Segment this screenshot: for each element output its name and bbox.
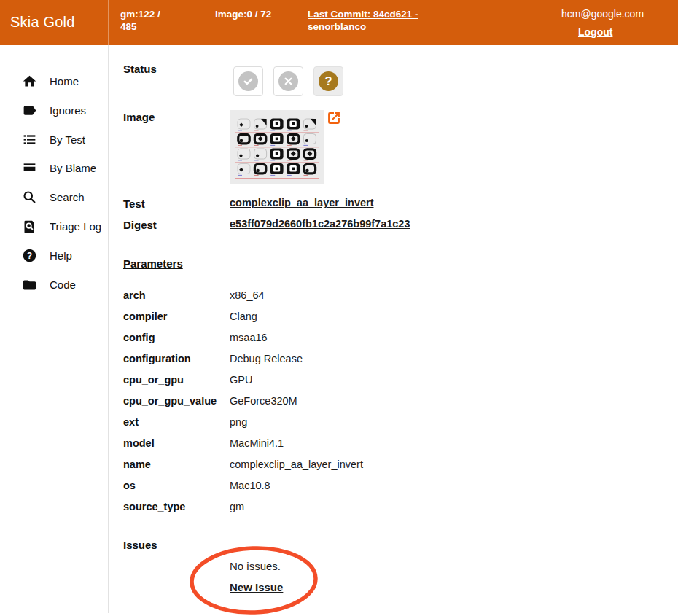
- sidebar-item-label: Help: [50, 249, 72, 262]
- param-key: model: [123, 437, 155, 449]
- param-key: cpu_or_gpu_value: [123, 395, 217, 407]
- param-key: os: [123, 480, 136, 491]
- param-value: Mac10.8: [230, 480, 270, 491]
- sidebar-item-label: By Test: [50, 133, 85, 146]
- sidebar-item-label: Ignores: [50, 104, 86, 117]
- gm-count-stat: gm:122 / 485: [120, 8, 179, 33]
- app-title: Skia Gold: [10, 14, 75, 31]
- image-label: Image: [123, 111, 155, 123]
- test-label: Test: [123, 198, 145, 210]
- sidebar-item-label: Home: [50, 75, 79, 87]
- doc-search-icon: [22, 219, 37, 234]
- header: Skia Gold gm:122 / 485 image:0 / 72 Last…: [0, 0, 678, 45]
- digest-thumbnail-image[interactable]: [230, 110, 324, 184]
- param-value: msaa16: [230, 332, 268, 343]
- sidebar-item-label: Triage Log: [50, 220, 101, 233]
- sidebar-item-code[interactable]: Code: [22, 275, 104, 294]
- param-value: MacMini4.1: [230, 437, 284, 449]
- param-value: Clang: [230, 311, 257, 322]
- param-value: Debug Release: [230, 353, 303, 364]
- no-issues-text: No issues.: [230, 560, 281, 572]
- user-email: hcm@google.com: [561, 8, 656, 20]
- status-label: Status: [123, 63, 157, 75]
- issues-heading: Issues: [123, 539, 157, 551]
- param-key: ext: [123, 416, 139, 428]
- label-icon: [22, 103, 37, 118]
- sidebar-item-label: By Blame: [50, 162, 96, 174]
- digest-label: Digest: [123, 219, 157, 231]
- cross-circle-icon: [278, 71, 298, 91]
- param-key: config: [123, 332, 155, 343]
- help-icon: ?: [22, 248, 37, 263]
- home-icon: [22, 74, 37, 89]
- param-key: configuration: [123, 353, 191, 364]
- search-icon: [22, 190, 37, 205]
- status-buttons: ?: [233, 66, 343, 96]
- status-unknown-button[interactable]: ?: [313, 66, 343, 96]
- question-circle-icon: ?: [319, 71, 338, 91]
- sidebar-item-ignores[interactable]: Ignores: [22, 101, 104, 120]
- param-value: x86_64: [230, 289, 265, 301]
- skia-gold-page: Skia Gold gm:122 / 485 image:0 / 72 Last…: [0, 0, 678, 616]
- param-key: cpu_or_gpu: [123, 374, 184, 386]
- list-icon: [22, 132, 37, 147]
- header-divider: [108, 0, 109, 45]
- new-issue-link[interactable]: New Issue: [230, 581, 283, 593]
- sidebar-item-help[interactable]: ? Help: [22, 246, 104, 265]
- headline-bars-icon: [22, 160, 37, 176]
- parameters-heading: Parameters: [123, 257, 183, 270]
- param-value: GPU: [230, 374, 252, 386]
- sidebar-item-home[interactable]: Home: [22, 71, 104, 90]
- image-count-stat: image:0 / 72: [215, 8, 277, 20]
- sidebar-item-triage-log[interactable]: Triage Log: [22, 217, 104, 235]
- open-in-new-icon[interactable]: [327, 111, 341, 125]
- last-commit-link[interactable]: Last Commit: 84cd621 - senorblanco: [308, 8, 445, 33]
- sidebar-item-label: Code: [50, 278, 76, 291]
- param-key: compiler: [123, 311, 167, 322]
- param-key: source_type: [123, 501, 185, 512]
- status-approve-button[interactable]: [233, 66, 263, 96]
- param-key: arch: [123, 289, 146, 301]
- param-value: png: [230, 416, 247, 428]
- check-circle-icon: [238, 71, 258, 91]
- svg-text:?: ?: [27, 250, 32, 260]
- digest-hash-link[interactable]: e53ff079d2660fb1c2a276b99f7a1c23: [230, 218, 410, 230]
- sidebar-item-label: Search: [50, 191, 85, 203]
- folder-icon: [22, 277, 37, 292]
- sidebar-item-by-test[interactable]: By Test: [22, 130, 104, 149]
- param-value: GeForce320M: [230, 395, 297, 407]
- sidebar-item-search[interactable]: Search: [22, 187, 104, 206]
- red-circle-annotation: [187, 542, 322, 616]
- sidebar-item-by-blame[interactable]: By Blame: [22, 158, 104, 177]
- status-reject-button[interactable]: [273, 66, 303, 96]
- param-value: complexclip_aa_layer_invert: [230, 459, 363, 470]
- param-value: gm: [230, 501, 244, 512]
- test-name-link[interactable]: complexclip_aa_layer_invert: [230, 197, 373, 208]
- param-key: name: [123, 459, 151, 470]
- sidebar-divider: [108, 45, 109, 613]
- logout-link[interactable]: Logout: [578, 26, 612, 38]
